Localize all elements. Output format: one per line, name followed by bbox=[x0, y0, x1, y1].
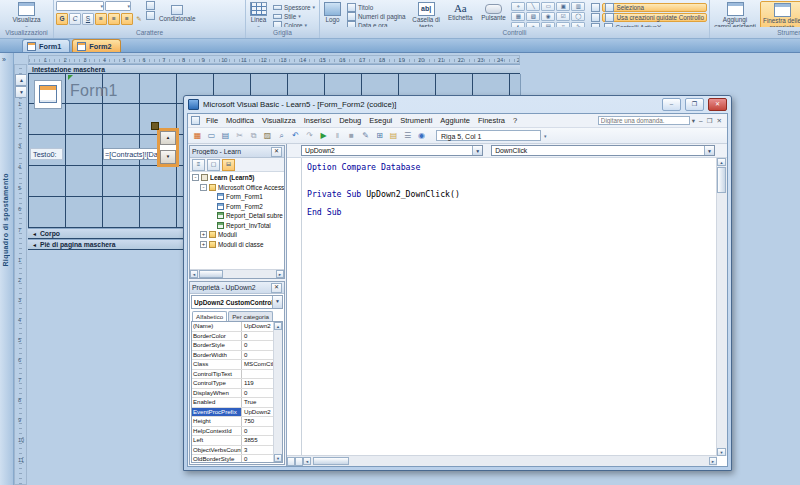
date-time-button[interactable]: Data e ora bbox=[345, 21, 408, 27]
vertical-ruler[interactable]: ▲ ▼ 12345671234567891011 bbox=[14, 64, 27, 485]
undo-icon[interactable]: ↶ bbox=[290, 130, 301, 141]
hyperlink-icon[interactable]: ∿ bbox=[571, 22, 585, 27]
property-row[interactable]: OldBorderStyle0 bbox=[192, 455, 282, 463]
mdi-minimize-icon[interactable]: – bbox=[697, 117, 705, 124]
font-family-select[interactable]: ▾ bbox=[56, 1, 104, 11]
copy-icon[interactable]: ⧉ bbox=[248, 130, 259, 141]
property-row[interactable]: BorderWidth0 bbox=[192, 351, 282, 361]
tab-control-icon[interactable]: ⌗ bbox=[556, 22, 570, 27]
view-code-icon[interactable]: ≡ bbox=[192, 159, 205, 171]
scroll-left-icon[interactable]: ◄ bbox=[190, 270, 198, 278]
toolbox-icon[interactable]: ☰ bbox=[402, 130, 413, 141]
property-row[interactable]: BorderStyle0 bbox=[192, 341, 282, 351]
scroll-thumb[interactable] bbox=[313, 457, 349, 465]
vb-menu-inserisci[interactable]: Inserisci bbox=[300, 116, 336, 125]
form-title-label[interactable]: Form1 bbox=[70, 82, 118, 100]
property-row[interactable]: ClassMSComCtl2.Up bbox=[192, 360, 282, 370]
title-button[interactable]: Titolo bbox=[345, 3, 408, 11]
vb-menu-debug[interactable]: Debug bbox=[335, 116, 365, 125]
unbound-object-icon[interactable]: ▤ bbox=[541, 22, 555, 27]
conditional-formatting-button[interactable]: Condizionale bbox=[157, 4, 197, 24]
tree-item[interactable]: +Moduli di classe bbox=[191, 240, 284, 250]
vb-menu-aggiunte[interactable]: Aggiunte bbox=[436, 116, 474, 125]
tree-item[interactable]: -Microsoft Office Access C bbox=[191, 183, 284, 193]
redo-icon[interactable]: ↷ bbox=[304, 130, 315, 141]
logo-button[interactable]: Logo bbox=[322, 1, 343, 25]
procedure-view-button[interactable] bbox=[295, 457, 303, 466]
paste-icon[interactable]: ▨ bbox=[262, 130, 273, 141]
line-tool-icon[interactable] bbox=[591, 3, 600, 12]
tree-item[interactable]: Form_Form1 bbox=[191, 192, 284, 202]
bound-object-icon[interactable]: ▣ bbox=[556, 2, 570, 11]
property-row[interactable]: BorderColor0 bbox=[192, 332, 282, 342]
page-numbers-button[interactable]: Numeri di pagina bbox=[345, 12, 408, 20]
code-vscrollbar[interactable]: ▲ ▼ bbox=[716, 158, 727, 456]
tree-item[interactable]: -Learn (Learn5) bbox=[191, 173, 284, 183]
subform-icon[interactable]: ▦ bbox=[511, 12, 525, 21]
grid-style-button[interactable]: Stile▾ bbox=[271, 12, 317, 20]
vb-menu-modifica[interactable]: Modifica bbox=[222, 116, 258, 125]
help-icon[interactable]: ◉ bbox=[416, 130, 427, 141]
format-painter-icon[interactable]: ✎ bbox=[134, 14, 144, 24]
font-color-icon[interactable] bbox=[146, 1, 155, 10]
mdi-restore-icon[interactable]: ❐ bbox=[705, 117, 715, 125]
property-row[interactable]: ObjectVerbsCount3 bbox=[192, 446, 282, 456]
horizontal-ruler[interactable]: 1234567891011121314151617181920212223242… bbox=[28, 55, 520, 64]
mdi-close-icon[interactable]: ✕ bbox=[715, 117, 724, 125]
property-row[interactable]: Height750 bbox=[192, 417, 282, 427]
close-icon[interactable]: ✕ bbox=[271, 283, 282, 293]
tree-expander[interactable]: - bbox=[200, 184, 207, 191]
align-right-button[interactable]: ≡ bbox=[121, 13, 133, 25]
section-bar-form-header[interactable]: Intestazione maschera bbox=[28, 64, 520, 74]
tree-item[interactable]: +Moduli bbox=[191, 230, 284, 240]
property-row[interactable]: DisplayWhen0 bbox=[192, 389, 282, 399]
form-logo-placeholder[interactable] bbox=[34, 80, 62, 109]
event-dropdown[interactable]: DownClick ▼ bbox=[491, 145, 715, 156]
property-row[interactable]: ControlTipText bbox=[192, 370, 282, 380]
toggle-button-icon[interactable]: ◐ bbox=[511, 22, 525, 27]
minimize-button[interactable]: – bbox=[662, 98, 681, 111]
property-row[interactable]: ControlType119 bbox=[192, 379, 282, 389]
tree-item[interactable]: Form_Form2 bbox=[191, 202, 284, 212]
property-row[interactable]: (Name)UpDown2 bbox=[192, 322, 282, 332]
view-button[interactable]: Visualizza ▾ bbox=[10, 1, 42, 27]
design-mode-icon[interactable]: ✎ bbox=[360, 130, 371, 141]
stop-icon[interactable]: ■ bbox=[346, 130, 357, 141]
grid-color-button[interactable]: Colore▾ bbox=[271, 21, 317, 27]
property-row[interactable]: EnabledTrue bbox=[192, 398, 282, 408]
toggle-folders-icon[interactable]: ⊟ bbox=[222, 159, 235, 171]
smart-tag-icon[interactable] bbox=[68, 75, 73, 80]
object-dropdown[interactable]: UpDown2 ▼ bbox=[301, 145, 483, 156]
document-tab-form2[interactable]: Form2 bbox=[72, 39, 120, 52]
updown-control-selected[interactable]: ▲ ▼ bbox=[157, 128, 179, 167]
vb-menu-visualizza[interactable]: Visualizza bbox=[258, 116, 300, 125]
add-existing-fields-button[interactable]: Aggiungi campi esistenti bbox=[712, 1, 758, 27]
textbox-expression[interactable]: =[Contracts]![Dat bbox=[103, 148, 161, 160]
properties-grid[interactable]: (Name)UpDown2BorderColor0BorderStyle0Bor… bbox=[191, 321, 283, 463]
vb-menu-strumenti[interactable]: Strumenti bbox=[396, 116, 436, 125]
vb-title-bar[interactable]: Microsoft Visual Basic - Learn5 - [Form_… bbox=[184, 96, 731, 112]
font-size-select[interactable]: ▾ bbox=[105, 1, 131, 11]
navigation-pane-collapsed[interactable]: » Riquadro di spostamento bbox=[0, 53, 14, 485]
properties-tab-alfabetico[interactable]: Alfabetico bbox=[192, 311, 227, 321]
button-control-button[interactable]: Pulsante bbox=[478, 1, 509, 23]
vb-editor-window[interactable]: Microsoft Visual Basic - Learn5 - [Form_… bbox=[183, 95, 732, 471]
code-window[interactable]: UpDown2 ▼ DownClick ▼ Option Compare Dat… bbox=[286, 144, 727, 466]
pen-tool-icon[interactable] bbox=[591, 23, 600, 27]
property-row[interactable]: HelpContextId0 bbox=[192, 427, 282, 437]
activex-button[interactable]: Controlli ActiveX bbox=[602, 23, 707, 27]
full-module-view-button[interactable] bbox=[287, 457, 295, 466]
close-button[interactable]: ✕ bbox=[708, 98, 727, 111]
ruler-up-button[interactable]: ▲ bbox=[15, 74, 27, 86]
underline-button[interactable]: S bbox=[82, 13, 94, 25]
image-icon[interactable]: ▨ bbox=[526, 12, 540, 21]
expand-pane-icon[interactable]: » bbox=[2, 56, 6, 63]
tree-item[interactable]: Report_Detail subre bbox=[191, 211, 284, 221]
property-row[interactable]: Left3855 bbox=[192, 436, 282, 446]
close-icon[interactable]: ✕ bbox=[271, 147, 282, 157]
vb-menu-[interactable]: ? bbox=[509, 116, 521, 125]
project-explorer-icon[interactable]: ⊞ bbox=[374, 130, 385, 141]
properties-window-icon[interactable]: ▤ bbox=[388, 130, 399, 141]
tree-expander[interactable]: + bbox=[200, 241, 207, 248]
find-icon[interactable]: ⌕ bbox=[276, 130, 287, 141]
